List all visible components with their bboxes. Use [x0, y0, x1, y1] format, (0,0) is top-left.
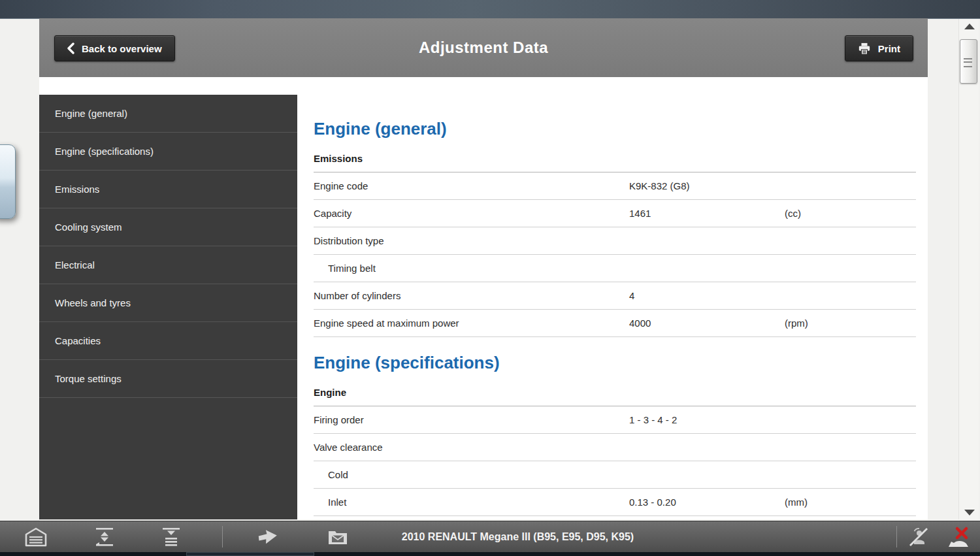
spec-unit: (mm): [785, 497, 916, 508]
bottom-edge-segment: [186, 552, 314, 556]
spec-row-inlet: Inlet0.13 - 0.20(mm): [314, 489, 916, 516]
spec-value: 1 - 3 - 4 - 2: [629, 414, 785, 425]
folder-mail-icon[interactable]: [326, 525, 350, 549]
print-button[interactable]: Print: [845, 35, 913, 61]
spec-label: Firing order: [314, 414, 629, 425]
back-to-overview-button[interactable]: Back to overview: [54, 35, 175, 61]
print-button-label: Print: [878, 43, 900, 54]
sidebar-item-electrical[interactable]: Electrical: [39, 246, 297, 284]
scrollbar-grip: [964, 58, 972, 67]
spec-value: K9K-832 (G8): [629, 180, 785, 191]
back-button-label: Back to overview: [82, 43, 162, 54]
sidebar-item-engine-specifications[interactable]: Engine (specifications): [39, 133, 297, 171]
sidebar: Engine (general)Engine (specifications)E…: [39, 95, 297, 519]
toolbar-separator: [896, 526, 897, 548]
spec-label: Cold: [314, 469, 629, 480]
content: Engine (general)EmissionsEngine codeK9K-…: [297, 77, 928, 519]
scrollbar-track[interactable]: [958, 19, 979, 519]
spec-value: 1461: [629, 208, 785, 219]
ride-height-icon[interactable]: [93, 525, 116, 549]
sidebar-item-cooling-system[interactable]: Cooling system: [39, 208, 297, 246]
section-title-engine-general: Engine (general): [314, 119, 916, 139]
scroll-up-arrow-icon[interactable]: [964, 24, 975, 29]
spec-row-cold: Cold: [314, 461, 916, 489]
spec-label: Distribution type: [314, 235, 629, 246]
spec-label: Timing belt: [314, 263, 629, 274]
spec-unit: (cc): [785, 208, 916, 219]
window-title-strip: [0, 0, 980, 19]
spec-value: 4: [629, 290, 785, 301]
lower-vehicle-icon[interactable]: [159, 525, 183, 549]
scroll-down-arrow-icon[interactable]: [964, 510, 975, 515]
section-title-engine-specifications: Engine (specifications): [314, 353, 916, 372]
disconnect-icon[interactable]: [946, 525, 970, 549]
spec-unit: (rpm): [785, 318, 916, 329]
sidebar-item-emissions[interactable]: Emissions: [39, 171, 297, 208]
sidebar-item-capacities[interactable]: Capacities: [39, 322, 297, 360]
spec-label: Valve clearance: [314, 442, 629, 453]
bottom-toolbar: 2010 RENAULT Megane III (B95, E95, D95, …: [0, 521, 980, 552]
toolbar-separator: [222, 526, 223, 548]
scrollbar-thumb[interactable]: [960, 39, 977, 84]
vehicle-identifier: 2010 RENAULT Megane III (B95, E95, D95, …: [363, 521, 673, 553]
spec-row-valve-clearance: Valve clearance: [314, 434, 916, 461]
bottom-edge-strip: [0, 552, 980, 556]
garage-home-icon[interactable]: [24, 525, 48, 549]
spec-row-timing-belt: Timing belt: [314, 255, 916, 282]
spec-row-engine-code: Engine codeK9K-832 (G8): [314, 172, 916, 200]
spec-value: 0.13 - 0.20: [629, 497, 785, 508]
spec-row-exhaust: Exhaust0.30 - 0.38(mm): [314, 516, 916, 519]
spec-row-engine-speed-at-maximum-power: Engine speed at maximum power4000(rpm): [314, 310, 916, 337]
spec-row-capacity: Capacity1461(cc): [314, 200, 916, 227]
login-arrow-icon[interactable]: [256, 525, 280, 549]
chevron-left-icon: [67, 42, 74, 54]
spec-row-firing-order: Firing order1 - 3 - 4 - 2: [314, 406, 916, 434]
spec-label: Engine code: [314, 180, 629, 191]
helpdesk-disabled-icon[interactable]: [907, 525, 930, 549]
group-header-emissions: Emissions: [314, 153, 916, 172]
spec-row-number-of-cylinders: Number of cylinders4: [314, 282, 916, 310]
group-header-engine: Engine: [314, 387, 916, 406]
spec-label: Inlet: [314, 497, 629, 508]
spec-label: Number of cylinders: [314, 290, 629, 301]
spec-label: Engine speed at maximum power: [314, 318, 629, 329]
sidebar-item-engine-general[interactable]: Engine (general): [39, 95, 297, 133]
printer-icon: [858, 42, 871, 55]
page-header: Adjustment Data Back to overview Print: [39, 18, 928, 77]
sidebar-item-torque-settings[interactable]: Torque settings: [39, 360, 297, 398]
spec-value: 4000: [629, 318, 785, 329]
sidebar-item-wheels-and-tyres[interactable]: Wheels and tyres: [39, 284, 297, 322]
side-panel-pull-tab[interactable]: [0, 144, 16, 219]
spec-label: Capacity: [314, 208, 629, 219]
spec-row-distribution-type: Distribution type: [314, 227, 916, 255]
